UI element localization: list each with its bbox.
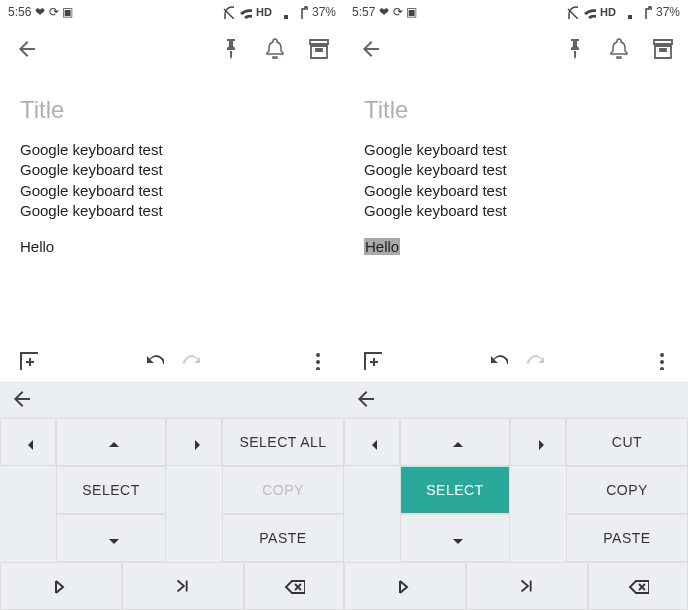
note-editor[interactable]: Title Google keyboard test Google keyboa… — [0, 72, 344, 338]
keyboard-back-button[interactable] — [10, 387, 32, 413]
back-button[interactable] — [6, 28, 46, 68]
wifi-icon — [238, 5, 252, 19]
more-button[interactable] — [298, 342, 334, 378]
keyboard-toolbar — [0, 338, 344, 382]
add-button[interactable] — [10, 342, 46, 378]
line-end-key[interactable] — [122, 562, 244, 610]
keyboard-bottom-row — [344, 562, 688, 610]
mute-icon — [220, 5, 234, 19]
battery-pct: 37% — [656, 5, 680, 19]
cursor-left-key[interactable] — [344, 418, 400, 466]
keyboard-back-button[interactable] — [354, 387, 376, 413]
battery-icon — [638, 5, 652, 19]
note-line[interactable]: Google keyboard test — [20, 140, 324, 160]
note-line[interactable]: Google keyboard test — [364, 140, 668, 160]
keyboard-back-row — [0, 382, 344, 418]
wifi-icon — [582, 5, 596, 19]
reminder-button[interactable] — [598, 28, 638, 68]
cursor-down-key[interactable] — [400, 514, 510, 562]
back-button[interactable] — [350, 28, 390, 68]
status-app-icons: ❤ ⟳ ▣ — [379, 5, 417, 19]
cursor-up-key[interactable] — [400, 418, 510, 466]
pin-button[interactable] — [554, 28, 594, 68]
line-end-key[interactable] — [466, 562, 588, 610]
app-bar — [0, 24, 344, 72]
note-line[interactable]: Google keyboard test — [20, 160, 324, 180]
cursor-left-key[interactable] — [0, 418, 56, 466]
select-key[interactable]: SELECT — [56, 466, 166, 514]
pin-button[interactable] — [210, 28, 250, 68]
add-button[interactable] — [354, 342, 390, 378]
note-line[interactable]: Google keyboard test — [364, 201, 668, 221]
archive-button[interactable] — [298, 28, 338, 68]
backspace-key[interactable] — [244, 562, 344, 610]
battery-icon — [294, 5, 308, 19]
undo-button[interactable] — [136, 342, 172, 378]
cursor-right-key[interactable] — [166, 418, 222, 466]
note-line-hello[interactable]: Hello — [20, 237, 324, 257]
cursor-up-key[interactable] — [56, 418, 166, 466]
reminder-button[interactable] — [254, 28, 294, 68]
signal-icon — [620, 5, 634, 19]
undo-button[interactable] — [480, 342, 516, 378]
status-bar: 5:56 ❤ ⟳ ▣ HD 37% — [0, 0, 344, 24]
line-start-key[interactable] — [344, 562, 466, 610]
hd-indicator: HD — [600, 6, 616, 18]
phone-left: 5:56 ❤ ⟳ ▣ HD 37% Title Google keyboard … — [0, 0, 344, 610]
select-all-key[interactable]: SELECT ALL — [222, 418, 344, 466]
cursor-down-key[interactable] — [56, 514, 166, 562]
line-start-key[interactable] — [0, 562, 122, 610]
signal-icon — [276, 5, 290, 19]
cursor-right-key[interactable] — [510, 418, 566, 466]
note-line[interactable]: Google keyboard test — [364, 181, 668, 201]
note-line[interactable]: Google keyboard test — [20, 181, 324, 201]
keyboard-toolbar — [344, 338, 688, 382]
note-line[interactable]: Google keyboard test — [20, 201, 324, 221]
keyboard-bottom-row — [0, 562, 344, 610]
redo-button[interactable] — [516, 342, 552, 378]
status-time: 5:57 — [352, 5, 375, 19]
app-bar — [344, 24, 688, 72]
copy-key[interactable]: COPY — [222, 466, 344, 514]
note-line-hello-selected[interactable]: Hello — [364, 237, 668, 257]
selected-text[interactable]: Hello — [364, 238, 400, 255]
copy-key[interactable]: COPY — [566, 466, 688, 514]
archive-button[interactable] — [642, 28, 682, 68]
note-title[interactable]: Title — [20, 96, 324, 124]
status-time: 5:56 — [8, 5, 31, 19]
keyboard-cursor-pad: SELECT ALL SELECT COPY PASTE — [0, 418, 344, 562]
hd-indicator: HD — [256, 6, 272, 18]
phone-right: 5:57 ❤ ⟳ ▣ HD 37% Title Google keyboard … — [344, 0, 688, 610]
status-app-icons: ❤ ⟳ ▣ — [35, 5, 73, 19]
more-button[interactable] — [642, 342, 678, 378]
note-line[interactable]: Google keyboard test — [364, 160, 668, 180]
cut-key[interactable]: CUT — [566, 418, 688, 466]
note-editor[interactable]: Title Google keyboard test Google keyboa… — [344, 72, 688, 338]
redo-button[interactable] — [172, 342, 208, 378]
keyboard-back-row — [344, 382, 688, 418]
select-key-active[interactable]: SELECT — [400, 466, 510, 514]
note-title[interactable]: Title — [364, 96, 668, 124]
paste-key[interactable]: PASTE — [566, 514, 688, 562]
keyboard-cursor-pad: CUT SELECT COPY PASTE — [344, 418, 688, 562]
paste-key[interactable]: PASTE — [222, 514, 344, 562]
battery-pct: 37% — [312, 5, 336, 19]
mute-icon — [564, 5, 578, 19]
status-bar: 5:57 ❤ ⟳ ▣ HD 37% — [344, 0, 688, 24]
backspace-key[interactable] — [588, 562, 688, 610]
